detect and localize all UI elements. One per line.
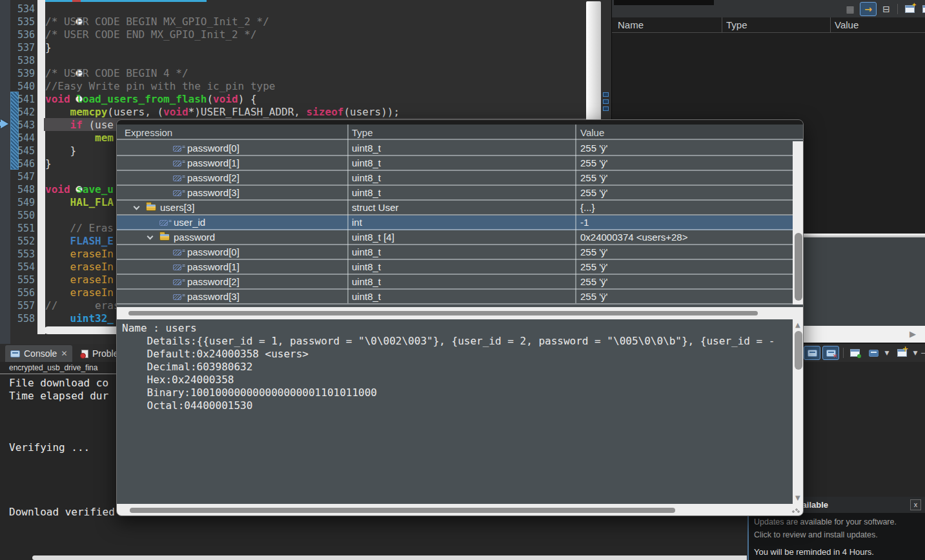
- code-line[interactable]: /* USER CODE END MX_GPIO_Init_2 */: [45, 28, 257, 41]
- line-number[interactable]: 555: [17, 274, 35, 286]
- window-resize-grip[interactable]: [791, 505, 800, 514]
- expression-row[interactable]: password[3]uint8_t255 'ÿ': [117, 186, 793, 201]
- expression-row[interactable]: passworduint8_t [4]0x24000374 <users+28>: [117, 230, 793, 245]
- code-line[interactable]: void save_u: [45, 183, 114, 196]
- console-horizontal-scrollbar[interactable]: [32, 555, 747, 560]
- console-view-dropdown-icon[interactable]: ▼: [882, 346, 892, 360]
- scrollbar-thumb[interactable]: [795, 233, 802, 301]
- line-number[interactable]: 547: [17, 170, 35, 183]
- code-line[interactable]: }: [45, 145, 76, 157]
- console-process-label[interactable]: encrypted_usb_drive_fina: [9, 363, 97, 372]
- notification-line2[interactable]: Click to review and install updates.: [754, 530, 878, 539]
- tab-console[interactable]: Console ✕: [5, 345, 72, 362]
- line-number[interactable]: 541: [17, 93, 35, 106]
- pin-console-icon[interactable]: [846, 346, 863, 360]
- close-icon[interactable]: ✕: [61, 350, 67, 357]
- expression-row[interactable]: password[0]uint8_t255 'ÿ': [117, 141, 793, 156]
- code-line[interactable]: // Eras: [45, 222, 114, 235]
- chevron-down-icon[interactable]: [134, 204, 140, 210]
- line-number-gutter[interactable]: 5345355365375385395405415425435445455465…: [10, 0, 37, 344]
- expression-details-pane[interactable]: Name : users Details:{{user_id = 1, pass…: [117, 319, 793, 504]
- col-expression[interactable]: Expression: [125, 127, 172, 138]
- variables-tab-stub[interactable]: [614, 0, 714, 5]
- code-line[interactable]: }: [45, 157, 52, 170]
- scrollbar-thumb[interactable]: [130, 508, 675, 513]
- line-number[interactable]: 554: [17, 261, 35, 274]
- line-number[interactable]: 546: [17, 157, 35, 170]
- line-number[interactable]: 539: [17, 67, 35, 80]
- column-divider[interactable]: [722, 17, 722, 32]
- line-number[interactable]: 552: [17, 235, 35, 248]
- line-number[interactable]: 557: [17, 299, 35, 312]
- col-type[interactable]: Type: [352, 127, 373, 138]
- window-horizontal-scrollbar[interactable]: [117, 504, 804, 516]
- code-line[interactable]: memcpy(users, (void*)USER_FLASH_ADDR, si…: [45, 106, 400, 119]
- add-new-expression-icon[interactable]: [901, 2, 918, 16]
- remove-console-icon[interactable]: [822, 346, 839, 360]
- line-number[interactable]: 536: [17, 28, 35, 41]
- code-line[interactable]: }: [45, 41, 52, 54]
- expression-row[interactable]: password[0]uint8_t255 'ÿ': [117, 245, 793, 260]
- expression-row[interactable]: password[2]uint8_t255 'ÿ': [117, 171, 793, 186]
- code-folding-bar[interactable]: −−−−: [37, 0, 45, 334]
- code-line[interactable]: //Easy Write pin with the ic_pin type: [45, 80, 275, 93]
- line-number[interactable]: 538: [17, 54, 35, 67]
- code-line[interactable]: // erase: [45, 299, 126, 312]
- show-type-names-icon[interactable]: ▦: [842, 2, 859, 16]
- scroll-up-arrow-icon[interactable]: ▲: [795, 322, 800, 328]
- notification-close-icon[interactable]: x: [910, 499, 921, 510]
- code-line[interactable]: eraseIn: [45, 248, 114, 261]
- overview-marker-icon[interactable]: [603, 106, 609, 111]
- variables-col-type[interactable]: Type: [726, 17, 747, 32]
- expression-row[interactable]: password[3]uint8_t255 'ÿ': [117, 290, 793, 305]
- variables-col-name[interactable]: Name: [618, 17, 644, 32]
- code-line[interactable]: /* USER CODE BEGIN MX_GPIO_Init_2 */: [45, 15, 269, 28]
- open-console-icon[interactable]: [893, 346, 910, 360]
- table-horizontal-scrollbar[interactable]: [117, 307, 804, 319]
- line-number[interactable]: 534: [17, 3, 35, 15]
- console-view-icon[interactable]: [865, 346, 882, 360]
- line-number[interactable]: 535: [17, 15, 35, 28]
- line-number[interactable]: 550: [17, 209, 35, 222]
- code-line[interactable]: if (use: [45, 119, 114, 132]
- scroll-down-arrow-icon[interactable]: ▼: [795, 495, 800, 501]
- col-value[interactable]: Value: [580, 127, 604, 138]
- collapse-all-icon[interactable]: ⊟: [878, 2, 895, 16]
- column-divider[interactable]: [575, 125, 576, 303]
- chevron-down-icon[interactable]: [147, 234, 154, 240]
- column-divider[interactable]: [830, 17, 831, 32]
- scrollbar-thumb[interactable]: [128, 311, 758, 315]
- expression-row[interactable]: password[1]uint8_t255 'ÿ': [117, 260, 793, 275]
- line-number[interactable]: 544: [17, 132, 35, 145]
- code-line[interactable]: FLASH_E: [45, 235, 114, 248]
- scrollbar-thumb[interactable]: [795, 331, 802, 370]
- display-selected-console-icon[interactable]: [804, 346, 820, 360]
- details-vertical-scrollbar[interactable]: ▲ ▼: [793, 319, 804, 504]
- expression-row[interactable]: user_idint-1: [117, 215, 793, 230]
- table-vertical-scrollbar[interactable]: [793, 141, 804, 305]
- line-number[interactable]: 558: [17, 312, 35, 325]
- overview-marker-icon[interactable]: [603, 92, 609, 97]
- expression-row[interactable]: users[3]struct User{...}: [117, 201, 793, 215]
- overview-marker-icon[interactable]: [603, 99, 609, 104]
- line-number[interactable]: 545: [17, 145, 35, 157]
- line-number[interactable]: 556: [17, 286, 35, 299]
- code-line[interactable]: void load_users_from_flash(void) {: [45, 93, 257, 106]
- line-number[interactable]: 549: [17, 196, 35, 209]
- code-line[interactable]: eraseIn: [45, 286, 114, 299]
- line-number[interactable]: 553: [17, 248, 35, 261]
- column-divider[interactable]: [347, 125, 349, 303]
- expression-row[interactable]: password[2]uint8_t255 'ÿ': [117, 275, 793, 290]
- line-number[interactable]: 551: [17, 222, 35, 235]
- variables-col-value[interactable]: Value: [835, 17, 859, 32]
- show-logical-structure-icon[interactable]: →: [860, 2, 877, 16]
- code-line[interactable]: eraseIn: [45, 261, 114, 274]
- expression-row[interactable]: password[1]uint8_t255 'ÿ': [117, 156, 793, 171]
- line-number[interactable]: 543: [17, 119, 35, 132]
- code-line[interactable]: eraseIn: [45, 274, 114, 286]
- expressions-inspector-window[interactable]: Expression Type Value password[0]uint8_t…: [116, 119, 804, 516]
- code-line[interactable]: mem: [45, 132, 114, 145]
- line-number[interactable]: 542: [17, 106, 35, 119]
- code-line[interactable]: HAL_FLA: [45, 196, 114, 209]
- line-number[interactable]: 537: [17, 41, 35, 54]
